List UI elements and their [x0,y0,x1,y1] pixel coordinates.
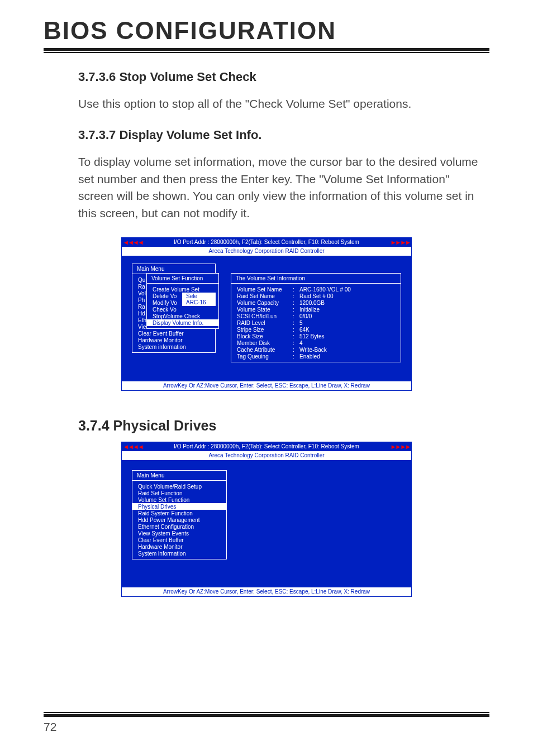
body-stop-volume-set-check: Use this option to stop all of the "Chec… [78,95,487,112]
info-row: Block Size:512 Bytes [231,333,401,339]
bios-panel-volume-info: ◄◄◄◄ I/O Port Addr : 28000000h, F2(Tab):… [121,237,412,391]
info-row: Volume Capacity:1200.0GB [231,299,401,306]
arrow-left-icon: ◄◄◄◄ [122,238,144,247]
bios-subtitle: Areca Technology Corporation RAID Contro… [122,247,411,256]
info-row: Volume Set Name:ARC-1680-VOL # 00 [231,286,401,293]
info-label: Tag Queuing [237,353,293,360]
info-row: Raid Set Name:Raid Set # 00 [231,293,401,299]
info-value: 5 [299,320,303,326]
info-label: Member Disk [237,340,293,346]
heading-physical-drives: 3.7.4 Physical Drives [44,418,489,434]
info-value: 4 [299,340,303,346]
info-row: RAID Level:5 [231,319,401,326]
info-row: Volume State:Initialize [231,306,401,313]
sele-overlay-box: Sele ARC-16 [182,293,216,306]
info-label: SCSI CH/Id/Lun [237,313,293,319]
main-menu-item[interactable]: Raid System Function [132,510,226,516]
arrow-right-icon: ►►►► [389,238,411,247]
main-menu-item[interactable]: Raid Set Function [132,490,226,496]
main-menu-item[interactable]: View System Events [132,530,226,537]
main-menu-item[interactable]: Clear Event Buffer [132,330,215,337]
vsf-title: Volume Set Function [147,274,218,284]
heading-display-volume-set-info: 3.7.3.7 Display Volume Set Info. [78,128,487,142]
footer-rule-thin [44,712,489,713]
info-label: Stripe Size [237,327,293,333]
main-menu-item[interactable]: Physical Drives [132,503,226,510]
bios-footer: ArrowKey Or AZ:Move Cursor, Enter: Selec… [122,381,411,390]
info-label: Volume Set Name [237,286,293,293]
bios-topbar: ◄◄◄◄ I/O Port Addr : 28000000h, F2(Tab):… [122,238,411,247]
info-row: Cache Attribute:Write-Back [231,346,401,353]
vsf-item-stop[interactable]: StopVolume Check [147,313,218,319]
main-menu-item[interactable]: System information [132,550,226,557]
info-value: 512 Bytes [299,333,324,339]
main-menu-item[interactable]: Volume Set Function [132,496,226,503]
main-menu-item[interactable]: Hardware Monitor [132,543,226,550]
info-row: Tag Queuing:Enabled [231,353,401,360]
bios-topbar-text: I/O Port Addr : 28000000h, F2(Tab): Sele… [144,238,389,247]
main-menu-item[interactable]: Clear Event Buffer [132,537,226,543]
body-display-volume-set-info: To display volume set information, move … [78,154,487,222]
info-label: RAID Level [237,320,293,326]
info-value: Raid Set # 00 [299,293,334,299]
page-number: 72 [44,720,489,734]
info-label: Raid Set Name [237,293,293,299]
bios-topbar-text: I/O Port Addr : 28000000h, F2(Tab): Sele… [144,442,389,451]
info-row: Member Disk:4 [231,339,401,346]
info-value: 1200.0GB [299,300,325,306]
info-label: Block Size [237,333,293,339]
main-menu-item[interactable]: System information [132,343,215,350]
title-rule-thin [44,52,489,53]
info-value: Write-Back [299,347,327,353]
main-menu-item[interactable]: Quick Volume/Raid Setup [132,483,226,490]
main-menu-title: Main Menu [132,471,226,481]
title-rule-thick [44,48,489,51]
bios-footer: ArrowKey Or AZ:Move Cursor, Enter: Selec… [122,587,411,596]
main-menu-item[interactable]: Ethernet Configuration [132,523,226,530]
vsf-item-create[interactable]: Create Volume Set [147,286,218,293]
info-value: 0/0/0 [299,313,312,319]
bios-topbar: ◄◄◄◄ I/O Port Addr : 28000000h, F2(Tab):… [122,442,411,451]
info-value: Initialize [299,307,320,313]
volume-set-info-title: The Volume Set Information [231,274,401,284]
page-title: BIOS CONFIGURATION [44,17,489,45]
arrow-left-icon: ◄◄◄◄ [122,442,144,451]
bios-subtitle: Areca Technology Corporation RAID Contro… [122,451,411,460]
info-value: Enabled [299,353,320,360]
main-menu-box: Main Menu Quick Volume/Raid SetupRaid Se… [132,470,227,559]
bios-panel-physical-drives: ◄◄◄◄ I/O Port Addr : 28000000h, F2(Tab):… [121,442,412,597]
info-value: ARC-1680-VOL # 00 [299,286,351,293]
info-label: Volume State [237,307,293,313]
footer-rule-thick [44,714,489,717]
info-row: Stripe Size:64K [231,326,401,333]
vsf-item-check[interactable]: Check Vo [147,306,218,313]
main-menu-item[interactable]: Hardware Monitor [132,337,215,343]
arrow-right-icon: ►►►► [389,442,411,451]
heading-stop-volume-set-check: 3.7.3.6 Stop Volume Set Check [78,70,487,84]
info-label: Volume Capacity [237,300,293,306]
sele-tag[interactable]: Sele [183,293,215,299]
info-label: Cache Attribute [237,347,293,353]
main-menu-item[interactable]: Hdd Power Management [132,516,226,523]
sele-value[interactable]: ARC-16 [183,299,215,305]
info-value: 64K [299,327,310,333]
volume-set-info-box: The Volume Set Information Volume Set Na… [231,273,401,362]
page-footer: 72 [44,712,489,734]
info-row: SCSI CH/Id/Lun:0/0/0 [231,313,401,319]
vsf-item-display[interactable]: Display Volume Info. [147,319,218,326]
